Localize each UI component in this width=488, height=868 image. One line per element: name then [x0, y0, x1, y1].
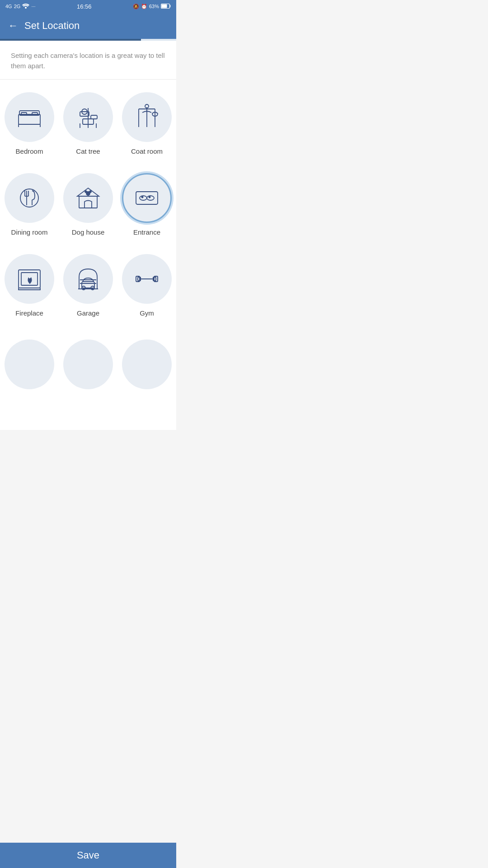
subtitle-text: Setting each camera's location is a grea… — [0, 41, 176, 80]
garage-icon — [74, 264, 103, 293]
location-item-entrance[interactable]: Entrance — [117, 165, 176, 246]
dining-room-icon-circle — [5, 173, 54, 223]
svg-point-36 — [140, 196, 147, 200]
status-left: 4G 2G ··· — [5, 3, 36, 9]
svg-point-34 — [89, 191, 91, 193]
fireplace-icon-circle — [5, 254, 54, 304]
gym-icon-circle — [122, 254, 172, 304]
coat-room-label: Coat room — [131, 147, 163, 155]
entrance-icon-circle — [122, 173, 172, 223]
svg-rect-6 — [32, 113, 38, 115]
svg-point-33 — [85, 191, 87, 193]
status-time: 16:56 — [77, 3, 92, 10]
bell-icon: 🔕 — [133, 4, 139, 9]
network-indicator: 4G — [5, 4, 12, 9]
location-grid: Bedroom Cat tree — [0, 80, 176, 327]
wifi-icon — [22, 3, 29, 9]
svg-rect-2 — [162, 4, 167, 8]
svg-rect-5 — [21, 113, 27, 115]
battery-text: 63% — [149, 4, 159, 9]
progress-fill — [0, 39, 141, 41]
entrance-icon — [132, 184, 161, 212]
header: ← Set Location — [0, 13, 176, 39]
alarm-icon: ⏰ — [141, 4, 147, 9]
svg-point-37 — [147, 196, 154, 200]
partial-item-1 — [0, 335, 59, 394]
status-bar: 4G 2G ··· 16:56 🔕 ⏰ 63% — [0, 0, 176, 13]
location-item-dog-house[interactable]: Dog house — [59, 165, 117, 246]
cat-tree-icon-circle — [63, 92, 113, 142]
svg-point-32 — [87, 192, 89, 194]
partial-item-3 — [117, 335, 176, 394]
location-item-gym[interactable]: Gym — [117, 246, 176, 327]
location-item-garage[interactable]: Garage — [59, 246, 117, 327]
status-right: 🔕 ⏰ 63% — [133, 4, 171, 9]
page-title: Set Location — [24, 20, 80, 32]
location-item-fireplace[interactable]: Fireplace — [0, 246, 59, 327]
battery-icon — [161, 4, 171, 9]
bedroom-icon — [15, 103, 44, 132]
coat-room-icon-circle — [122, 92, 172, 142]
svg-point-0 — [25, 7, 27, 9]
garage-label: Garage — [77, 309, 99, 317]
garage-icon-circle — [63, 254, 113, 304]
svg-rect-30 — [79, 196, 97, 208]
partial-row — [0, 327, 176, 430]
cat-tree-label: Cat tree — [76, 147, 100, 155]
dining-room-icon — [15, 184, 44, 212]
location-item-cat-tree[interactable]: Cat tree — [59, 84, 117, 165]
back-button[interactable]: ← — [8, 20, 18, 32]
svg-point-39 — [149, 197, 150, 198]
cat-tree-icon — [74, 103, 103, 132]
dining-room-label: Dining room — [11, 228, 48, 236]
svg-point-38 — [142, 197, 143, 198]
dots-icon: ··· — [31, 4, 35, 9]
dog-house-label: Dog house — [72, 228, 105, 236]
network-indicator-2g: 2G — [14, 4, 21, 9]
partial-circle-1 — [5, 340, 54, 389]
location-item-coat-room[interactable]: Coat room — [117, 84, 176, 165]
bedroom-label: Bedroom — [16, 147, 43, 155]
dog-house-icon — [74, 184, 103, 212]
entrance-label: Entrance — [133, 228, 160, 236]
svg-rect-11 — [80, 112, 89, 116]
fireplace-icon — [15, 264, 44, 293]
coat-room-icon — [132, 103, 161, 132]
svg-rect-45 — [82, 282, 94, 288]
svg-rect-15 — [91, 115, 97, 119]
svg-point-23 — [20, 189, 38, 207]
bedroom-icon-circle — [5, 92, 54, 142]
gym-icon — [132, 264, 161, 293]
dog-house-icon-circle — [63, 173, 113, 223]
partial-circle-2 — [63, 340, 113, 389]
location-item-dining-room[interactable]: Dining room — [0, 165, 59, 246]
svg-rect-3 — [19, 114, 40, 124]
location-item-bedroom[interactable]: Bedroom — [0, 84, 59, 165]
partial-item-2 — [59, 335, 117, 394]
gym-label: Gym — [140, 309, 154, 317]
partial-circle-3 — [122, 340, 172, 389]
fireplace-label: Fireplace — [15, 309, 43, 317]
